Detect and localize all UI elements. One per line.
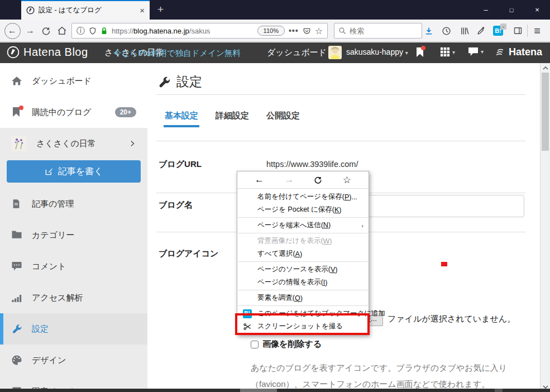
site-info-icon[interactable]: ⓘ <box>76 26 85 36</box>
header-message-icon[interactable]: ▾ <box>468 47 484 56</box>
menu-item-save-to-pocket[interactable]: ページを Pocket に保存(K) <box>237 203 369 216</box>
toolbar-separator <box>527 25 528 37</box>
maximize-button[interactable]: □ <box>499 7 524 13</box>
titlebar: 設定 - はてなブログ × + – □ × <box>0 0 550 20</box>
back-button[interactable]: ← <box>4 20 21 42</box>
menu-item-view-page-info[interactable]: ページの情報を表示(I) <box>237 276 369 289</box>
divider <box>156 94 525 95</box>
submenu-arrow-icon: › <box>361 222 364 229</box>
minimize-button[interactable]: – <box>473 6 499 14</box>
close-button[interactable]: × <box>524 6 550 14</box>
zoom-level-badge[interactable]: 110% <box>257 26 285 36</box>
search-input[interactable] <box>350 27 411 35</box>
hatena-bookmark-badge: - <box>500 23 506 30</box>
notification-dot <box>19 106 23 110</box>
sidebar-item-analytics[interactable]: アクセス解析 <box>0 282 147 313</box>
tracking-shield-icon[interactable] <box>89 27 97 35</box>
header-blog-name-overlap: さくさくの日常 今ならPro利用で独自ドメイン無料 <box>104 47 266 59</box>
divider <box>156 141 525 141</box>
file-status-text: ファイルが選択されていません。 <box>388 314 515 324</box>
tab-basic-settings[interactable]: 基本設定 <box>165 111 198 126</box>
write-entry-button[interactable]: 記事を書く <box>7 160 141 183</box>
tab-close-icon[interactable]: × <box>140 6 145 15</box>
menu-item-inspect-element[interactable]: 要素を調査(Q) <box>237 291 369 304</box>
menu-item-view-source[interactable]: ページのソースを表示(V) <box>237 263 369 276</box>
blog-avatar <box>11 136 27 151</box>
blog-url-value: https://www.3939life.com/ <box>266 160 358 169</box>
taskbar-fragment <box>240 389 277 392</box>
tab-advanced-settings[interactable]: 詳細設定 <box>216 111 249 126</box>
home-icon <box>11 75 22 87</box>
forward-button[interactable]: → <box>23 20 37 42</box>
taskbar-edge <box>0 389 550 392</box>
notification-dot <box>421 46 425 50</box>
delete-image-row: 画像を削除する <box>251 339 322 350</box>
bookmark-star-icon[interactable]: ☆ <box>315 26 323 36</box>
content-scrollbar[interactable] <box>540 63 550 392</box>
blog-name-label: ブログ名 <box>159 200 193 211</box>
browser-window: 設定 - はてなブログ × + – □ × ← → ⓘ https://blog… <box>0 0 550 392</box>
sidebar-toggle-icon[interactable] <box>511 20 524 42</box>
wrench-icon <box>11 323 22 334</box>
scroll-up-icon[interactable] <box>541 64 550 73</box>
new-tab-button[interactable]: + <box>157 3 164 16</box>
header-bookmark-icon[interactable] <box>415 47 424 60</box>
sidebar-item-categories[interactable]: カテゴリー <box>0 219 147 251</box>
sidebar: ダッシュボード 購読中のブログ 20+ さくさくの日常 <box>0 63 147 392</box>
url-bar[interactable]: ⓘ https://blog.hatena.ne.jp/sakus 110% •… <box>71 23 328 39</box>
user-avatar[interactable] <box>328 46 342 59</box>
blog-icon-label: ブログアイコン <box>159 248 218 259</box>
search-box[interactable] <box>334 23 422 39</box>
bookmark-star-icon[interactable]: ☆ <box>343 174 351 186</box>
sidebar-item-blog[interactable]: さくさくの日常 <box>0 128 147 159</box>
menu-separator <box>238 305 368 306</box>
window-controls: – □ × <box>473 0 550 20</box>
taskbar-fragment <box>495 389 503 392</box>
back-icon[interactable]: ← <box>255 174 264 185</box>
hatena-blog-header: Hatena Blog さくさくの日常 今ならPro利用で独自ドメイン無料 ダッ… <box>0 42 550 63</box>
sidebar-item-design[interactable]: デザイン <box>0 345 147 376</box>
home-icon[interactable] <box>55 20 69 42</box>
header-username[interactable]: sakusaku-happy ▾ <box>346 47 408 56</box>
settings-tabs: 基本設定 詳細設定 公開設定 <box>165 111 300 126</box>
tab-publish-settings[interactable]: 公開設定 <box>266 111 300 126</box>
sidebar-item-dashboard[interactable]: ダッシュボード <box>0 65 147 97</box>
username-caret-icon: ▾ <box>405 50 408 56</box>
wrench-icon <box>157 75 171 89</box>
folder-icon <box>11 230 22 241</box>
scrollbar-thumb[interactable] <box>542 73 549 151</box>
delete-image-checkbox[interactable] <box>251 341 259 348</box>
hatena-blog-logo[interactable]: Hatena Blog <box>7 46 88 59</box>
sidebar-item-entries[interactable]: 記事の管理 <box>0 188 147 219</box>
reload-icon[interactable] <box>39 20 52 42</box>
hatena-bookmark-toolbar-icon[interactable]: B! - <box>492 20 504 42</box>
pocket-icon[interactable] <box>303 27 311 35</box>
hatena-brand-logo[interactable]: Hatena <box>495 46 542 58</box>
menu-item-send-to-device[interactable]: ページを端末へ送信(N) › <box>237 219 369 232</box>
palette-icon <box>11 355 22 366</box>
https-lock-icon[interactable] <box>101 27 108 35</box>
red-annotation-dot <box>441 262 447 266</box>
blog-icon-description: あなたのブログを表すアイコンです。ブラウザのタブやお気に入り （favicon）… <box>251 360 535 392</box>
library-icon[interactable] <box>458 20 471 42</box>
header-apps-grid-icon[interactable]: ▾ <box>440 47 455 57</box>
comment-icon <box>11 261 22 272</box>
sidebar-item-subscribed-blogs[interactable]: 購読中のブログ 20+ <box>0 97 147 128</box>
page-actions-icon[interactable]: ••• <box>289 26 299 35</box>
menu-hamburger-icon[interactable]: ≡ <box>530 20 544 42</box>
pro-promo-link[interactable]: 今ならPro利用で独自ドメイン無料 <box>113 48 241 59</box>
history-clock-icon[interactable] <box>441 20 452 42</box>
sidebar-item-comments[interactable]: コメント <box>0 251 147 282</box>
url-text: https://blog.hatena.ne.jp/sakus <box>112 27 254 35</box>
reload-icon[interactable] <box>314 176 322 184</box>
menu-item-save-page-as[interactable]: 名前を付けてページを保存(P)... <box>237 190 369 203</box>
sidebar-item-settings[interactable]: 設定 <box>0 313 147 345</box>
download-icon[interactable] <box>423 20 434 42</box>
page-title: 設定 <box>157 73 202 90</box>
browser-tab[interactable]: 設定 - はてなブログ × <box>21 0 150 20</box>
menu-item-select-all[interactable]: すべて選択(A) <box>237 247 369 260</box>
forward-icon: → <box>284 174 294 185</box>
delete-image-label: 画像を削除する <box>262 339 322 350</box>
header-dashboard-link[interactable]: ダッシュボード <box>267 47 327 58</box>
eyedropper-icon[interactable] <box>475 20 487 42</box>
